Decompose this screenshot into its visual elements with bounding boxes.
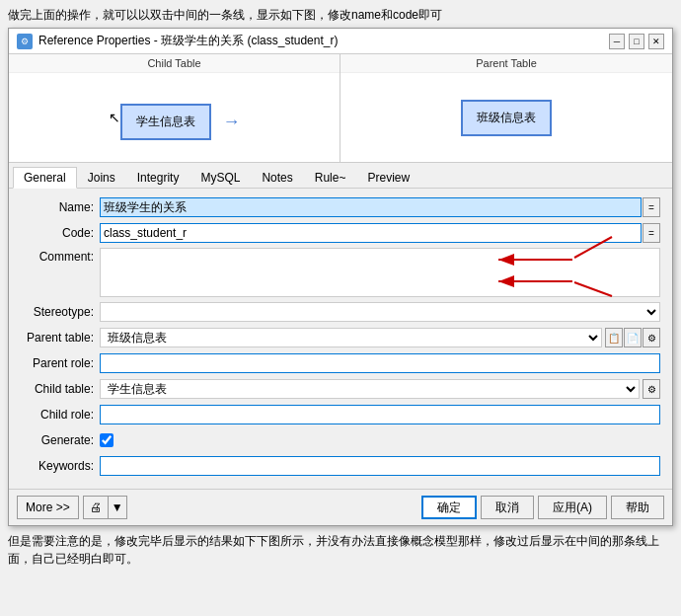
stereotype-label: Stereotype: <box>21 305 100 319</box>
parent-panel-header: Parent Table <box>340 54 672 73</box>
titlebar-left: ⚙ Reference Properties - 班级学生的关系 (class_… <box>17 33 338 49</box>
bottom-bar: More >> 🖨 ▼ 确定 取消 应用(A) 帮助 <box>9 489 672 525</box>
child-role-input[interactable] <box>100 405 660 424</box>
top-text: 做完上面的操作，就可以以双击中间的一条线，显示如下图，修改name和code即可 <box>0 0 681 28</box>
tab-preview[interactable]: Preview <box>356 167 420 188</box>
print-btn-group[interactable]: 🖨 ▼ <box>83 496 127 519</box>
child-panel-content: ↖ 学生信息表 → <box>109 73 241 162</box>
name-input[interactable] <box>100 197 642 217</box>
tabs-bar: General Joins Integrity MySQL Notes Rule… <box>9 163 672 189</box>
child-table-select[interactable]: 学生信息表 <box>100 379 640 399</box>
parent-table-props-btn[interactable]: ⚙ <box>643 328 660 347</box>
keywords-input[interactable] <box>100 456 660 476</box>
name-extra-btn[interactable]: = <box>643 197 660 217</box>
code-row: Code: = <box>21 222 660 244</box>
tab-general[interactable]: General <box>13 167 77 189</box>
parent-table-select-wrapper: 班级信息表 📋 📄 ⚙ <box>100 328 660 347</box>
cursor-icon: ↖ <box>109 110 120 125</box>
code-label: Code: <box>21 226 100 240</box>
diagram-panels: Child Table ↖ 学生信息表 → Parent Table 班级信息表 <box>9 54 672 162</box>
titlebar: ⚙ Reference Properties - 班级学生的关系 (class_… <box>9 29 672 54</box>
parent-role-input[interactable] <box>100 353 660 373</box>
child-table-panel: Child Table ↖ 学生信息表 → <box>9 54 340 162</box>
more-button[interactable]: More >> <box>17 496 79 519</box>
tab-mysql[interactable]: MySQL <box>189 167 251 188</box>
tab-joins[interactable]: Joins <box>77 167 126 188</box>
tab-notes[interactable]: Notes <box>251 167 303 188</box>
window-title: Reference Properties - 班级学生的关系 (class_st… <box>38 33 338 49</box>
child-table-label: Child table: <box>21 382 100 396</box>
generate-row: Generate: <box>21 429 660 451</box>
keywords-label: Keywords: <box>21 459 100 473</box>
child-table-props-btn[interactable]: ⚙ <box>643 379 660 399</box>
child-role-row: Child role: <box>21 404 660 425</box>
child-table-box[interactable]: 学生信息表 <box>120 104 211 140</box>
reference-properties-window: ⚙ Reference Properties - 班级学生的关系 (class_… <box>8 28 673 526</box>
name-label: Name: <box>21 200 100 214</box>
maximize-btn[interactable]: □ <box>629 34 644 49</box>
parent-table-row: Parent table: 班级信息表 📋 📄 ⚙ <box>21 327 660 348</box>
generate-checkbox[interactable] <box>100 433 114 447</box>
cancel-button[interactable]: 取消 <box>481 496 534 519</box>
diagram-area: Child Table ↖ 学生信息表 → Parent Table 班级信息表 <box>9 54 672 163</box>
parent-role-label: Parent role: <box>21 356 100 370</box>
close-btn[interactable]: ✕ <box>648 34 664 49</box>
child-table-btn-group: ⚙ <box>642 379 660 399</box>
parent-table-box[interactable]: 班级信息表 <box>461 100 552 136</box>
keywords-row: Keywords: <box>21 455 660 477</box>
parent-role-row: Parent role: <box>21 352 660 374</box>
code-extra-btn[interactable]: = <box>643 223 660 243</box>
comment-row: Comment: <box>21 248 660 297</box>
generate-label: Generate: <box>21 433 100 447</box>
child-table-row: Child table: 学生信息表 ⚙ <box>21 378 660 400</box>
tab-rule[interactable]: Rule~ <box>304 167 357 188</box>
parent-table-panel: Parent Table 班级信息表 <box>340 54 672 162</box>
confirm-button[interactable]: 确定 <box>421 496 477 519</box>
child-panel-header: Child Table <box>9 54 340 73</box>
code-input[interactable] <box>100 223 642 243</box>
parent-panel-content: 班级信息表 <box>461 73 552 162</box>
parent-table-browse-btn[interactable]: 📋 <box>605 328 623 347</box>
help-button[interactable]: 帮助 <box>611 496 664 519</box>
comment-textarea[interactable] <box>100 248 660 297</box>
print-dropdown-btn[interactable]: ▼ <box>109 497 126 518</box>
parent-table-label: Parent table: <box>21 331 100 345</box>
stereotype-select-wrapper <box>100 302 660 322</box>
arrow-right: → <box>223 112 241 132</box>
stereotype-select[interactable] <box>100 302 660 322</box>
stereotype-row: Stereotype: <box>21 301 660 323</box>
comment-label: Comment: <box>21 248 100 264</box>
child-role-label: Child role: <box>21 408 100 422</box>
window-icon: ⚙ <box>17 34 33 49</box>
titlebar-controls[interactable]: ─ □ ✕ <box>609 34 664 49</box>
parent-table-new-btn[interactable]: 📄 <box>624 328 642 347</box>
apply-button[interactable]: 应用(A) <box>538 496 607 519</box>
minimize-btn[interactable]: ─ <box>609 34 625 49</box>
bottom-text: 但是需要注意的是，修改完毕后显示的结果如下下图所示，并没有办法直接像概念模型那样… <box>0 526 681 574</box>
form-area: Name: = Code: = Comment: Stereotype: <box>9 189 672 489</box>
child-table-select-wrapper: 学生信息表 ⚙ <box>100 379 660 399</box>
parent-table-btn-group: 📋 📄 ⚙ <box>604 328 660 347</box>
tab-integrity[interactable]: Integrity <box>126 167 190 188</box>
parent-table-select[interactable]: 班级信息表 <box>100 328 602 347</box>
name-row: Name: = <box>21 196 660 218</box>
print-icon-btn[interactable]: 🖨 <box>84 497 109 518</box>
